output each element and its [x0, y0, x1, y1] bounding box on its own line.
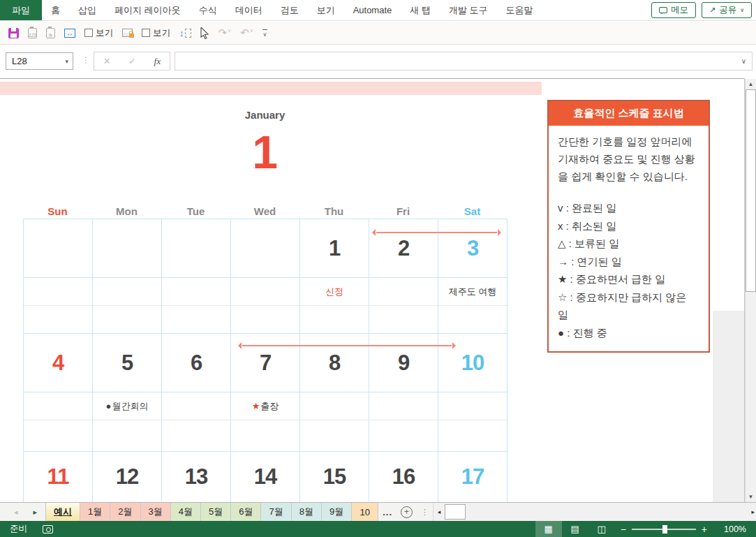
date-cell[interactable]: 9	[369, 334, 438, 392]
date-cell[interactable]: 4	[24, 334, 93, 392]
empty-cell[interactable]	[24, 306, 93, 333]
select-pointer-button[interactable]	[200, 27, 209, 39]
note-cell[interactable]	[93, 278, 162, 305]
zoom-level-label[interactable]: 100%	[720, 524, 746, 534]
note-cell[interactable]	[162, 392, 231, 420]
ribbon-tab-data[interactable]: 데이터	[226, 0, 272, 20]
checkbox-icon[interactable]	[84, 29, 93, 37]
ribbon-tab-formulas[interactable]: 수식	[190, 0, 226, 20]
redo-dropdown-icon[interactable]: ∨	[228, 28, 231, 34]
sheet-nav-left-icon[interactable]: ◂	[14, 508, 18, 517]
protect-table-button[interactable]	[122, 29, 133, 37]
empty-cell[interactable]	[438, 420, 507, 451]
date-cell[interactable]: 16	[369, 452, 438, 502]
note-cell[interactable]: ●월간회의	[93, 392, 162, 420]
empty-cell[interactable]	[24, 420, 93, 451]
more-sheets-indicator[interactable]: ...	[378, 503, 396, 521]
empty-cell[interactable]	[369, 420, 438, 451]
ribbon-tab-developer[interactable]: 개발 도구	[440, 0, 497, 20]
note-cell[interactable]	[162, 278, 231, 305]
note-cell[interactable]	[24, 278, 93, 305]
view-checkbox-2[interactable]: 보기	[142, 27, 170, 39]
date-cell[interactable]: 3	[438, 219, 507, 277]
ribbon-tab-home[interactable]: 홈	[42, 0, 69, 20]
vertical-scrollbar-thumb[interactable]	[746, 89, 756, 292]
zoom-slider-thumb[interactable]	[662, 525, 667, 534]
date-cell[interactable]	[162, 219, 231, 277]
row-height-button[interactable]: ↕	[179, 28, 191, 38]
empty-cell[interactable]	[300, 420, 369, 451]
zoom-slider[interactable]	[632, 529, 696, 530]
empty-cell[interactable]	[93, 420, 162, 451]
sheet-tab-sep[interactable]: 9월	[322, 503, 352, 521]
empty-cell[interactable]	[231, 306, 300, 333]
window-split-button[interactable]: ↔	[64, 29, 75, 38]
paste-formula-button[interactable]: fx	[46, 28, 55, 38]
ribbon-tab-help[interactable]: 도움말	[497, 0, 542, 20]
new-sheet-button[interactable]: +	[401, 506, 413, 518]
note-cell[interactable]	[369, 392, 438, 420]
zoom-out-button[interactable]: −	[615, 524, 632, 535]
scroll-left-button[interactable]: ◂	[433, 503, 445, 521]
horizontal-scrollbar[interactable]: ◂ ▸	[433, 503, 756, 521]
page-layout-view-button[interactable]: ▤	[562, 521, 588, 537]
insert-function-button[interactable]: fx	[154, 56, 161, 67]
undo-dropdown-icon[interactable]: ∨	[250, 28, 253, 34]
sheet-tab-mar[interactable]: 3월	[141, 503, 171, 521]
normal-view-button[interactable]: ▦	[535, 521, 562, 537]
share-button[interactable]: ↗ 공유 ∨	[702, 2, 752, 18]
ribbon-tab-new-tab[interactable]: 새 탭	[401, 0, 440, 20]
ribbon-tab-view[interactable]: 보기	[308, 0, 344, 20]
date-cell[interactable]: 2	[369, 219, 438, 277]
note-cell[interactable]: ★출장	[231, 392, 300, 420]
accessibility-checker-icon[interactable]	[43, 525, 53, 534]
date-cell[interactable]: 11	[24, 452, 93, 502]
date-cell[interactable]: 13	[162, 452, 231, 502]
scroll-right-button[interactable]: ▸	[751, 503, 755, 521]
sheet-tab-oct[interactable]: 10	[352, 503, 378, 521]
save-button[interactable]	[8, 28, 19, 38]
enter-button[interactable]: ✓	[128, 56, 136, 66]
ribbon-tab-file[interactable]: 파일	[0, 0, 42, 20]
undo-button[interactable]: ↶ ∨	[240, 27, 253, 39]
cancel-button[interactable]: ✕	[103, 56, 111, 66]
date-cell[interactable]: 12	[93, 452, 162, 502]
date-cell[interactable]: 8	[300, 334, 369, 392]
name-box-dropdown-icon[interactable]: ▾	[65, 58, 68, 65]
sheet-tab-apr[interactable]: 4월	[171, 503, 201, 521]
empty-cell[interactable]	[300, 306, 369, 333]
date-cell[interactable]: 6	[162, 334, 231, 392]
view-checkbox-1[interactable]: 보기	[84, 27, 113, 39]
note-cell[interactable]	[231, 278, 300, 305]
date-cell[interactable]: 1	[300, 219, 369, 277]
ribbon-tab-page-layout[interactable]: 페이지 레이아웃	[105, 0, 190, 20]
empty-cell[interactable]	[162, 420, 231, 451]
empty-cell[interactable]	[162, 306, 231, 333]
empty-cell[interactable]	[369, 306, 438, 333]
name-box[interactable]: L28 ▾	[6, 52, 73, 70]
scroll-up-button[interactable]: ▲	[746, 79, 756, 89]
sheet-tab-may[interactable]: 5월	[201, 503, 231, 521]
note-cell[interactable]: 신정	[300, 278, 369, 305]
date-cell[interactable]: 10	[438, 334, 507, 392]
formula-bar-expand-icon[interactable]: ∨	[741, 57, 746, 65]
checkbox-icon[interactable]	[142, 29, 150, 37]
empty-cell[interactable]	[231, 420, 300, 451]
empty-cell[interactable]	[93, 306, 162, 333]
ribbon-tab-insert[interactable]: 삽입	[69, 0, 105, 20]
zoom-in-button[interactable]: +	[696, 524, 713, 535]
date-cell[interactable]: 14	[231, 452, 300, 502]
ribbon-tab-review[interactable]: 검토	[272, 0, 308, 20]
toolbar-overflow-button[interactable]: ∨	[262, 29, 267, 36]
sheet-tab-feb[interactable]: 2월	[110, 503, 140, 521]
horizontal-scrollbar-thumb[interactable]	[445, 504, 466, 520]
empty-cell[interactable]	[438, 306, 507, 333]
vertical-scrollbar[interactable]: ▲ ▼	[745, 79, 756, 502]
note-cell[interactable]	[24, 392, 93, 420]
scroll-down-button[interactable]: ▼	[746, 492, 756, 502]
header-pink-band[interactable]	[0, 82, 542, 95]
note-cell[interactable]: 제주도 여행	[438, 278, 507, 305]
date-cell[interactable]: 5	[93, 334, 162, 392]
sheet-tab-jul[interactable]: 7월	[261, 503, 291, 521]
note-cell[interactable]	[369, 278, 438, 305]
